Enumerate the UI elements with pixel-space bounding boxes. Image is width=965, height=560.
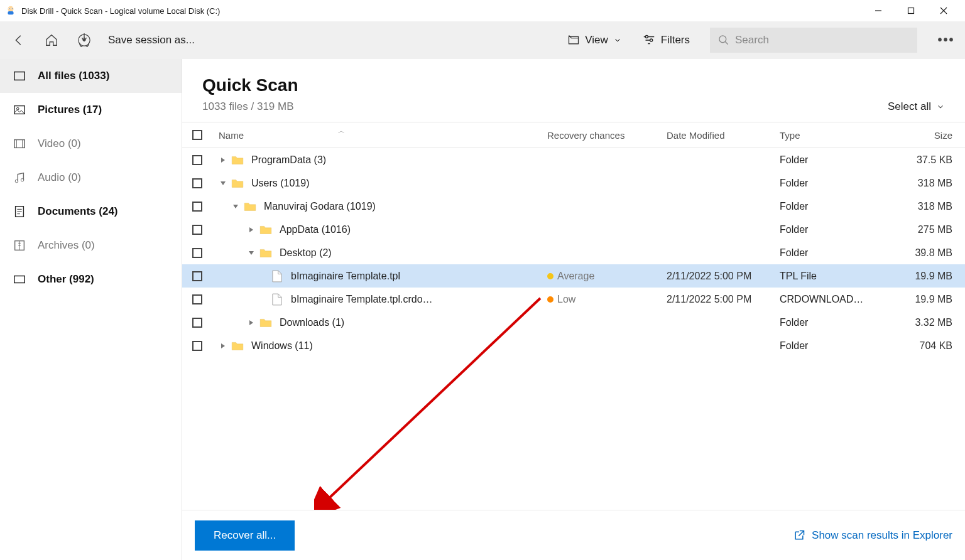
file-size: 318 MB xyxy=(883,201,965,212)
documents-icon xyxy=(13,205,26,218)
all-files-icon xyxy=(13,69,26,83)
folder-row[interactable]: AppData (1016)Folder275 MB xyxy=(182,218,965,241)
folder-row[interactable]: Downloads (1)Folder3.32 MB xyxy=(182,311,965,334)
file-icon xyxy=(272,270,283,283)
folder-icon xyxy=(259,318,272,328)
sidebar-item-label: Pictures (17) xyxy=(38,104,102,116)
column-headers: Name︿ Recovery chances Date Modified Typ… xyxy=(182,122,965,148)
folder-row[interactable]: Desktop (2)Folder39.8 MB xyxy=(182,241,965,264)
file-type: Folder xyxy=(780,340,883,352)
folder-icon xyxy=(231,341,244,351)
archives-icon xyxy=(13,239,26,252)
date-modified: 2/11/2022 5:00 PM xyxy=(667,294,780,305)
sidebar-item-documents[interactable]: Documents (24) xyxy=(0,195,182,229)
file-size: 318 MB xyxy=(883,178,965,189)
item-name: Desktop (2) xyxy=(280,247,332,259)
home-button[interactable] xyxy=(40,29,63,51)
item-name: Users (1019) xyxy=(251,178,309,189)
file-size: 19.9 MB xyxy=(883,294,965,305)
folder-icon xyxy=(259,225,272,235)
recover-all-button[interactable]: Recover all... xyxy=(195,520,295,551)
sidebar-item-archives[interactable]: Archives (0) xyxy=(0,229,182,262)
save-session-link[interactable]: Save session as... xyxy=(108,34,195,46)
page-subtitle: 1033 files / 319 MB xyxy=(202,100,298,113)
sidebar-item-label: Archives (0) xyxy=(38,239,95,252)
minimize-button[interactable] xyxy=(862,1,895,20)
col-type[interactable]: Type xyxy=(780,130,883,141)
svg-rect-18 xyxy=(8,11,14,14)
row-checkbox[interactable] xyxy=(192,178,202,188)
file-row[interactable]: bImaginaire Template.tplAverage2/11/2022… xyxy=(182,264,965,288)
page-title: Quick Scan xyxy=(202,75,298,95)
app-icon xyxy=(5,5,16,16)
search-input[interactable] xyxy=(735,34,910,46)
file-type: Folder xyxy=(780,154,883,166)
folder-row[interactable]: Manuviraj Godara (1019)Folder318 MB xyxy=(182,195,965,218)
date-modified: 2/11/2022 5:00 PM xyxy=(667,271,780,282)
item-name: Downloads (1) xyxy=(280,317,344,328)
file-tree: ProgramData (3)Folder37.5 KBUsers (1019)… xyxy=(182,148,965,357)
sidebar-item-audio[interactable]: Audio (0) xyxy=(0,161,182,195)
sidebar-item-all-files[interactable]: All files (1033) xyxy=(0,59,182,93)
row-checkbox[interactable] xyxy=(192,318,202,328)
row-checkbox[interactable] xyxy=(192,294,202,304)
sidebar-item-label: Other (992) xyxy=(38,273,94,286)
back-button[interactable] xyxy=(8,29,30,51)
file-type: Folder xyxy=(780,224,883,235)
item-name: Manuviraj Godara (1019) xyxy=(264,201,376,212)
select-all-checkbox[interactable] xyxy=(192,130,202,140)
sidebar-item-other[interactable]: Other (992) xyxy=(0,262,182,296)
row-checkbox[interactable] xyxy=(192,155,202,165)
toolbar: Save session as... View Filters ••• xyxy=(0,21,965,59)
folder-row[interactable]: ProgramData (3)Folder37.5 KB xyxy=(182,148,965,171)
expand-caret-icon[interactable] xyxy=(231,202,240,211)
col-size[interactable]: Size xyxy=(883,130,965,141)
file-size: 275 MB xyxy=(883,224,965,235)
expand-caret-icon[interactable] xyxy=(247,225,256,234)
svg-point-22 xyxy=(12,8,13,9)
item-name: bImaginaire Template.tpl xyxy=(291,271,400,282)
titlebar: Disk Drill - Quick Scan - Logical volume… xyxy=(0,0,965,21)
file-size: 704 KB xyxy=(883,340,965,352)
row-checkbox[interactable] xyxy=(192,341,202,351)
view-menu[interactable]: View xyxy=(567,34,622,46)
file-type: Folder xyxy=(780,178,883,189)
expand-caret-icon[interactable] xyxy=(219,342,227,350)
sidebar-item-pictures[interactable]: Pictures (17) xyxy=(0,93,182,127)
recovery-label: Average xyxy=(557,271,594,281)
row-checkbox[interactable] xyxy=(192,202,202,212)
expand-caret-icon[interactable] xyxy=(247,249,256,257)
file-row[interactable]: bImaginaire Template.tpl.crdo…Low2/11/20… xyxy=(182,288,965,311)
row-checkbox[interactable] xyxy=(192,248,202,258)
file-type: Folder xyxy=(780,247,883,259)
folder-row[interactable]: Users (1019)Folder318 MB xyxy=(182,171,965,195)
item-name: Windows (11) xyxy=(251,340,313,352)
sidebar-item-video[interactable]: Video (0) xyxy=(0,127,182,161)
expand-caret-icon[interactable] xyxy=(247,318,256,327)
expand-caret-icon[interactable] xyxy=(219,179,227,188)
more-menu[interactable]: ••• xyxy=(935,29,957,51)
select-all-button[interactable]: Select all xyxy=(888,100,945,113)
maximize-button[interactable] xyxy=(895,1,927,20)
col-date[interactable]: Date Modified xyxy=(667,130,780,141)
col-recovery[interactable]: Recovery chances xyxy=(547,130,667,141)
item-name: ProgramData (3) xyxy=(251,154,326,166)
recovery-label: Low xyxy=(557,294,575,304)
pictures-icon xyxy=(13,103,26,117)
row-checkbox[interactable] xyxy=(192,225,202,235)
row-checkbox[interactable] xyxy=(192,271,202,281)
expand-caret-icon[interactable] xyxy=(219,156,227,164)
recovery-dot-icon xyxy=(547,273,553,279)
filters-button[interactable]: Filters xyxy=(642,33,690,47)
show-in-explorer-link[interactable]: Show scan results in Explorer xyxy=(793,529,952,542)
other-icon xyxy=(13,272,26,286)
save-session-icon[interactable] xyxy=(73,29,95,51)
folder-icon xyxy=(244,202,256,212)
col-name[interactable]: Name︿ xyxy=(212,130,547,141)
file-size: 3.32 MB xyxy=(883,317,965,328)
file-icon xyxy=(272,293,283,306)
folder-row[interactable]: Windows (11)Folder704 KB xyxy=(182,334,965,357)
close-button[interactable] xyxy=(927,1,960,20)
search-box[interactable] xyxy=(710,28,917,53)
file-type: TPL File xyxy=(780,271,883,282)
